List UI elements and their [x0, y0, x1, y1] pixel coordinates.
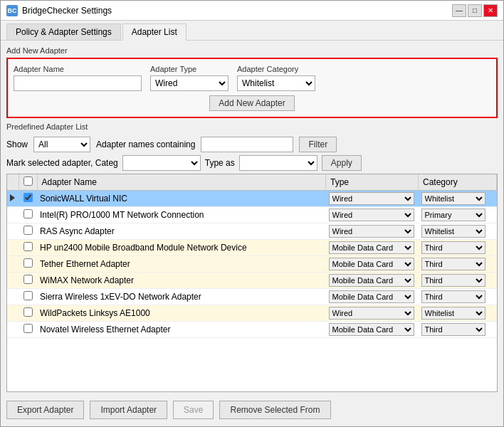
row-type-select[interactable]: WiredMobile Data CardWireless	[329, 274, 414, 287]
table-row[interactable]: Tether Ethernet AdapterWiredMobile Data …	[7, 256, 497, 273]
select-all-checkbox[interactable]	[23, 176, 33, 186]
table-row[interactable]: Intel(R) PRO/1000 MT Network ConnectionW…	[7, 207, 497, 223]
add-btn-row: Add New Adapter	[14, 95, 490, 111]
mark-categ-select[interactable]: Whitelist Primary Third	[122, 155, 201, 171]
maximize-button[interactable]: □	[468, 4, 482, 17]
adapter-category-group: Adapter Category Whitelist Primary Third	[237, 65, 315, 91]
col-checkbox	[19, 174, 37, 191]
mark-label: Mark selected adapter, Categ	[6, 158, 118, 168]
row-adapter-name: Intel(R) PRO/1000 MT Network Connection	[37, 207, 326, 223]
row-checkbox-cell	[19, 322, 37, 338]
row-category-select[interactable]: WhitelistPrimaryThird	[421, 225, 485, 238]
table-row[interactable]: WiMAX Network AdapterWiredMobile Data Ca…	[7, 273, 497, 289]
row-checkbox[interactable]	[23, 291, 33, 300]
row-checkbox[interactable]	[23, 258, 33, 268]
title-bar-left: BC BridgeChecker Settings	[6, 5, 112, 16]
table-row[interactable]: HP un2400 Mobile Broadband Module Networ…	[7, 240, 497, 256]
row-checkbox[interactable]	[23, 307, 33, 317]
show-label: Show	[6, 139, 28, 149]
row-type-select[interactable]: WiredMobile Data CardWireless	[329, 209, 414, 221]
row-type-select[interactable]: WiredMobile Data CardWireless	[329, 307, 414, 320]
import-adapter-button[interactable]: Import Adapter	[90, 401, 167, 419]
row-category-select[interactable]: WhitelistPrimaryThird	[421, 307, 485, 320]
row-checkbox-cell	[19, 191, 37, 207]
table-row[interactable]: SonicWALL Virtual NICWiredMobile Data Ca…	[7, 191, 497, 207]
tab-adapter-list[interactable]: Adapter List	[122, 23, 187, 41]
adapter-category-select[interactable]: Whitelist Primary Third	[237, 75, 315, 91]
row-checkbox[interactable]	[23, 193, 33, 202]
row-category-select[interactable]: WhitelistPrimaryThird	[421, 258, 485, 270]
row-checkbox-cell	[19, 289, 37, 305]
title-buttons: — □ ✕	[452, 4, 498, 17]
row-arrow-cell	[7, 256, 19, 273]
add-adapter-section: Add New Adapter Adapter Name Adapter Typ…	[6, 46, 498, 118]
row-adapter-name: Sierra Wireless 1xEV-DO Network Adapter	[37, 289, 326, 305]
row-checkbox[interactable]	[23, 242, 33, 251]
row-checkbox[interactable]	[23, 324, 33, 333]
col-type: Type	[326, 174, 419, 191]
row-category-cell: WhitelistPrimaryThird	[419, 191, 497, 207]
row-category-cell: WhitelistPrimaryThird	[419, 223, 497, 240]
show-select[interactable]: All Wired Mobile Data Card Wireless	[33, 137, 90, 152]
row-type-select[interactable]: WiredMobile Data CardWireless	[329, 258, 414, 270]
remove-selected-button[interactable]: Remove Selected From	[219, 401, 330, 419]
row-category-cell: WhitelistPrimaryThird	[419, 207, 497, 223]
row-adapter-name: Tether Ethernet Adapter	[37, 256, 326, 273]
tab-policy-adapter[interactable]: Policy & Adapter Settings	[6, 23, 121, 40]
add-adapter-label: Add New Adapter	[6, 46, 498, 55]
row-type-select[interactable]: WiredMobile Data CardWireless	[329, 290, 414, 303]
adapter-table: Adapter Name Type Category SonicWALL Vir…	[7, 174, 497, 338]
adapter-type-group: Adapter Type Wired Mobile Data Card Wire…	[150, 65, 229, 91]
row-category-select[interactable]: WhitelistPrimaryThird	[421, 323, 485, 336]
row-checkbox[interactable]	[23, 209, 33, 218]
minimize-button[interactable]: —	[452, 4, 466, 17]
predefined-section: Predefined Adapter List Show All Wired M…	[6, 122, 498, 392]
row-type-select[interactable]: WiredMobile Data CardWireless	[329, 192, 414, 205]
containing-input[interactable]	[201, 137, 293, 152]
save-button[interactable]: Save	[173, 401, 214, 419]
row-type-cell: WiredMobile Data CardWireless	[326, 256, 419, 273]
col-arrow	[7, 174, 19, 191]
row-checkbox-cell	[19, 240, 37, 256]
add-adapter-box: Adapter Name Adapter Type Wired Mobile D…	[6, 58, 498, 118]
row-category-select[interactable]: WhitelistPrimaryThird	[421, 241, 485, 254]
col-category: Category	[419, 174, 497, 191]
row-type-select[interactable]: WiredMobile Data CardWireless	[329, 225, 414, 238]
row-category-cell: WhitelistPrimaryThird	[419, 289, 497, 305]
mark-row: Mark selected adapter, Categ Whitelist P…	[6, 155, 498, 171]
adapter-type-label: Adapter Type	[150, 65, 229, 73]
table-row[interactable]: RAS Async AdapterWiredMobile Data CardWi…	[7, 223, 497, 240]
title-bar: BC BridgeChecker Settings — □ ✕	[1, 1, 503, 21]
apply-button[interactable]: Apply	[322, 155, 362, 171]
filter-button[interactable]: Filter	[299, 137, 337, 152]
row-type-cell: WiredMobile Data CardWireless	[326, 273, 419, 289]
row-category-cell: WhitelistPrimaryThird	[419, 273, 497, 289]
row-checkbox[interactable]	[23, 226, 33, 235]
row-category-cell: WhitelistPrimaryThird	[419, 240, 497, 256]
add-new-adapter-button[interactable]: Add New Adapter	[209, 95, 294, 111]
row-category-select[interactable]: WhitelistPrimaryThird	[421, 290, 485, 303]
type-as-select[interactable]: Wired Mobile Data Card Wireless	[239, 155, 317, 171]
row-category-select[interactable]: WhitelistPrimaryThird	[421, 192, 485, 205]
window-title: BridgeChecker Settings	[22, 6, 112, 16]
adapter-name-label: Adapter Name	[14, 65, 142, 73]
table-row[interactable]: Novatel Wireless Ethernet AdapterWiredMo…	[7, 322, 497, 338]
table-row[interactable]: WildPackets Linksys AE1000WiredMobile Da…	[7, 305, 497, 322]
adapter-name-input[interactable]	[14, 75, 142, 91]
row-type-select[interactable]: WiredMobile Data CardWireless	[329, 241, 414, 254]
close-button[interactable]: ✕	[483, 4, 498, 17]
row-category-select[interactable]: WhitelistPrimaryThird	[421, 274, 485, 287]
row-checkbox[interactable]	[23, 275, 33, 284]
row-type-cell: WiredMobile Data CardWireless	[326, 223, 419, 240]
row-category-select[interactable]: WhitelistPrimaryThird	[421, 209, 485, 221]
export-adapter-button[interactable]: Export Adapter	[6, 401, 84, 419]
row-arrow-cell	[7, 273, 19, 289]
row-checkbox-cell	[19, 305, 37, 322]
table-row[interactable]: Sierra Wireless 1xEV-DO Network AdapterW…	[7, 289, 497, 305]
row-arrow-cell	[7, 191, 19, 207]
adapter-type-select[interactable]: Wired Mobile Data Card Wireless	[150, 75, 229, 91]
app-icon: BC	[6, 5, 18, 16]
row-adapter-name: Novatel Wireless Ethernet Adapter	[37, 322, 326, 338]
row-type-cell: WiredMobile Data CardWireless	[326, 191, 419, 207]
row-type-select[interactable]: WiredMobile Data CardWireless	[329, 323, 414, 336]
